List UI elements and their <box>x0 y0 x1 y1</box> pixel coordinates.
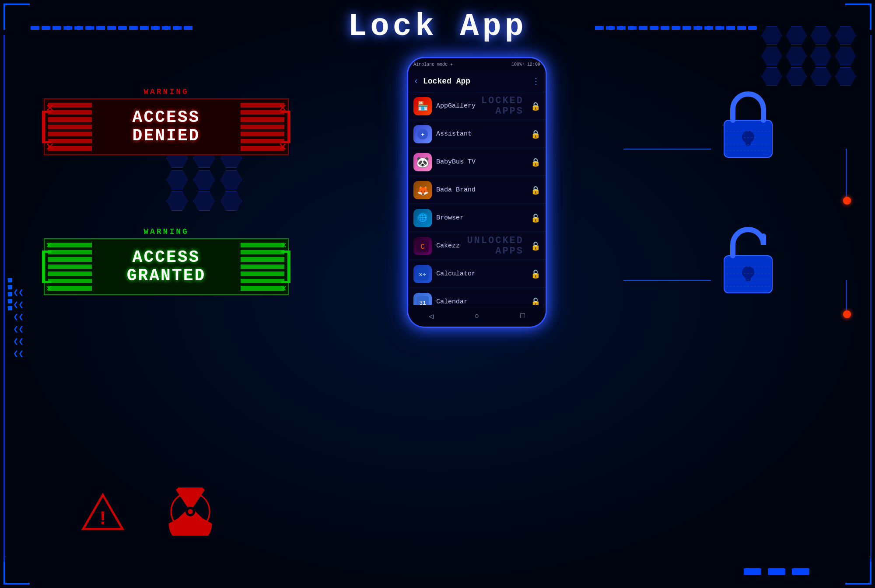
unlocked-watermark: UNLOCKEDAPPS <box>467 235 524 256</box>
svg-text:!: ! <box>97 508 108 530</box>
corner-bl-decoration <box>4 558 30 585</box>
lock-connection-line-upper <box>623 149 711 150</box>
granted-bracket-left: [ <box>35 249 56 284</box>
list-item[interactable]: C Cakezz UNLOCKEDAPPS 🔓 <box>408 232 546 260</box>
left-dots-decoration <box>8 278 12 310</box>
radiation-icon <box>166 487 214 536</box>
granted-warning-label: WARNING <box>44 227 289 236</box>
phone-screen-title: Locked App <box>423 77 527 86</box>
access-granted-banner: ✕ ✕ ✕ ✕ ACCESS GRANTED [ ] <box>44 238 289 295</box>
hex-grid-top-right <box>761 26 858 86</box>
lock-closed-icon: 🔒 <box>531 101 540 111</box>
red-dot-lower <box>843 310 851 318</box>
left-chevrons-decoration: ❮❮ ❮❮ ❮❮ ❮❮ ❮❮ ❮❮ <box>13 289 24 358</box>
access-granted-panel: WARNING ✕ ✕ ✕ ✕ ACCESS GRANTED [ ] <box>44 227 289 295</box>
phone-status-bar: Airplane mode ✈ 100%+ 12:09 <box>408 58 546 70</box>
app-icon-babybus: 🐼 <box>413 153 432 171</box>
granted-text: ACCESS GRANTED <box>127 248 206 285</box>
right-frame-decoration <box>858 35 872 562</box>
list-item[interactable]: 🐼 BabyBus TV 🔒 <box>408 148 546 176</box>
svg-point-6 <box>188 509 193 514</box>
access-denied-panel: WARNING ✕ ✕ ✕ ✕ ACCESS DENIED [ ] <box>44 87 289 155</box>
nav-recents-button[interactable]: □ <box>520 312 525 320</box>
denied-text: ACCESS DENIED <box>133 108 200 145</box>
menu-button[interactable]: ⋮ <box>532 76 540 87</box>
back-button[interactable]: ‹ <box>413 76 419 86</box>
page-title: Lock App <box>348 9 527 45</box>
lock-open-icon: 🔓 <box>531 213 540 223</box>
list-item[interactable]: 🦊 Bada Brand 🔒 <box>408 176 546 204</box>
app-icon-bada: 🦊 <box>413 181 432 199</box>
lock-closed-icon: 🔒 <box>531 185 540 195</box>
svg-text:C: C <box>420 243 425 251</box>
app-list: 🏪 AppGallery LOCKEDAPPS 🔒 ✦ Assistant 🔒 … <box>408 92 546 313</box>
corner-tl-decoration <box>4 3 30 30</box>
lock-connection-vert-lower <box>846 280 847 312</box>
denied-bracket-right: ] <box>276 109 298 144</box>
lock-closed-icon: 🔒 <box>531 129 540 139</box>
app-name-bada: Bada Brand <box>436 186 526 194</box>
hex-grid-mid-left <box>166 149 245 211</box>
granted-bracket-right: ] <box>276 249 298 284</box>
svg-text:×÷: ×÷ <box>419 271 427 278</box>
app-name-calculator: Calculator <box>436 270 526 278</box>
bottom-dots-decoration <box>744 568 809 575</box>
list-item[interactable]: 🌐 Browser 🔓 <box>408 204 546 232</box>
battery-time-label: 100%+ 12:09 <box>511 62 540 67</box>
denied-bracket-left: [ <box>35 109 56 144</box>
svg-text:🏪: 🏪 <box>417 101 428 111</box>
status-bar-left: Airplane mode ✈ <box>413 62 453 67</box>
corner-tr-decoration <box>845 3 872 30</box>
phone-header: ‹ Locked App ⋮ <box>408 70 546 92</box>
lock-closed-icon: 🔒 <box>531 157 540 167</box>
unlocked-padlock-icon <box>713 223 783 297</box>
nav-home-button[interactable]: ○ <box>475 312 480 320</box>
app-icon-appgallery: 🏪 <box>413 97 432 115</box>
app-name-browser: Browser <box>436 214 526 222</box>
svg-text:✦: ✦ <box>420 131 425 139</box>
stripe-top-right-decoration <box>595 26 757 30</box>
airplane-mode-label: Airplane mode ✈ <box>413 62 453 67</box>
warning-triangle-icon: ! <box>81 493 125 531</box>
app-name-babybus: BabyBus TV <box>436 158 526 166</box>
app-icon-calculator: ×÷ <box>413 265 432 283</box>
stripe-top-left-decoration <box>31 26 192 30</box>
app-icon-assistant: ✦ <box>413 125 432 143</box>
access-denied-banner: ✕ ✕ ✕ ✕ ACCESS DENIED [ ] <box>44 98 289 155</box>
status-bar-right: 100%+ 12:09 <box>511 62 540 67</box>
lock-connection-vert-upper <box>846 149 847 198</box>
denied-warning-label: WARNING <box>44 87 289 96</box>
list-item[interactable]: ×÷ Calculator 🔓 <box>408 260 546 288</box>
red-dot-upper <box>843 197 851 205</box>
svg-text:🦊: 🦊 <box>417 184 429 196</box>
lock-connection-line-lower <box>623 280 711 281</box>
list-item[interactable]: ✦ Assistant 🔒 <box>408 120 546 148</box>
list-item[interactable]: 🏪 AppGallery LOCKEDAPPS 🔒 <box>408 92 546 120</box>
nav-back-button[interactable]: ◁ <box>429 311 434 321</box>
corner-br-decoration <box>845 558 872 585</box>
svg-text:🌐: 🌐 <box>418 213 428 223</box>
app-name-assistant: Assistant <box>436 130 526 138</box>
app-icon-cakezz: C <box>413 237 432 255</box>
svg-text:🐼: 🐼 <box>416 156 429 168</box>
lock-open-icon: 🔓 <box>531 241 540 251</box>
phone-nav-bar: ◁ ○ □ <box>408 305 546 327</box>
phone-mockup: Airplane mode ✈ 100%+ 12:09 ‹ Locked App… <box>407 57 547 328</box>
app-icon-browser: 🌐 <box>413 209 432 227</box>
locked-padlock-icon <box>713 87 783 162</box>
lock-open-icon: 🔓 <box>531 269 540 279</box>
locked-watermark: LOCKEDAPPS <box>481 95 524 116</box>
